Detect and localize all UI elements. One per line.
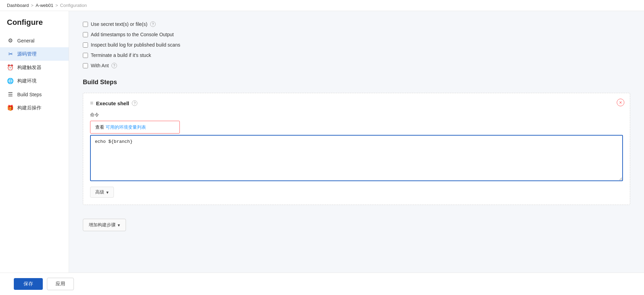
main-content: Use secret text(s) or file(s) ? Add time…	[69, 11, 644, 273]
checkbox-timestamps-label: Add timestamps to the Console Output	[91, 32, 174, 37]
globe-icon: 🌐	[7, 78, 14, 84]
tooltip-text: 查看 可用的环境变量列表	[95, 125, 146, 130]
checkbox-section: Use secret text(s) or file(s) ? Add time…	[83, 21, 630, 68]
checkbox-with-ant-label: With Ant	[91, 63, 109, 68]
add-step-label: 增加构建步骤	[89, 222, 116, 228]
save-button[interactable]: 保存	[14, 278, 43, 290]
gear-icon: ⚙	[7, 37, 14, 44]
sidebar-item-general[interactable]: ⚙ General	[0, 34, 69, 47]
checkbox-inspect-label: Inspect build log for published build sc…	[91, 42, 180, 48]
checkbox-with-ant[interactable]	[83, 63, 88, 68]
sidebar-label-triggers: 构建触发器	[17, 65, 41, 71]
close-shell-button[interactable]: ×	[617, 99, 624, 106]
sidebar-item-post-build[interactable]: 🎁 构建后操作	[0, 101, 69, 115]
help-icon-secret[interactable]: ?	[150, 21, 156, 27]
breadcrumb-job[interactable]: A-web01	[36, 3, 53, 8]
help-icon-ant[interactable]: ?	[111, 63, 117, 68]
command-textarea[interactable]	[91, 136, 622, 180]
sidebar-label-post-build: 构建后操作	[17, 105, 41, 111]
command-wrapper	[90, 135, 623, 181]
add-build-step-button[interactable]: 增加构建步骤 ▾	[83, 219, 126, 231]
page-title: Configure	[0, 18, 69, 34]
shell-card-header: ≡ Execute shell ?	[90, 100, 623, 106]
checkbox-secret-row: Use secret text(s) or file(s) ?	[83, 21, 630, 27]
execute-shell-title: Execute shell	[96, 100, 129, 106]
breadcrumb-dashboard[interactable]: Dashboard	[7, 3, 29, 8]
sidebar-item-env[interactable]: 🌐 构建环境	[0, 74, 69, 88]
breadcrumb-current: Configuration	[60, 3, 87, 8]
checkbox-inspect[interactable]	[83, 42, 88, 48]
breadcrumb: Dashboard > A-web01 > Configuration	[0, 0, 644, 11]
sidebar-label-source: 源码管理	[17, 51, 37, 57]
checkbox-terminate-row: Terminate a build if it's stuck	[83, 52, 630, 58]
box-icon: 🎁	[7, 105, 14, 111]
footer-bar: 保存 应用	[0, 273, 644, 295]
command-label: 命令	[90, 112, 623, 118]
chevron-down-icon: ▾	[106, 190, 109, 195]
help-icon-shell[interactable]: ?	[132, 100, 137, 106]
advanced-button[interactable]: 高级 ▾	[90, 187, 114, 198]
build-steps-title: Build Steps	[83, 79, 630, 86]
apply-button[interactable]: 应用	[47, 278, 74, 290]
checkbox-terminate-label: Terminate a build if it's stuck	[91, 52, 151, 58]
checkbox-inspect-row: Inspect build log for published build sc…	[83, 42, 630, 48]
list-icon: ☰	[7, 91, 14, 98]
sidebar-label-build-steps: Build Steps	[17, 92, 42, 97]
checkbox-terminate[interactable]	[83, 53, 88, 58]
clock-icon: ⏰	[7, 64, 14, 71]
checkbox-secret[interactable]	[83, 22, 88, 27]
sidebar-label-general: General	[17, 38, 35, 43]
checkbox-timestamps[interactable]	[83, 32, 88, 37]
sidebar: Configure ⚙ General ✂ 源码管理 ⏰ 构建触发器 🌐 构建环…	[0, 11, 69, 273]
scissors-icon: ✂	[7, 51, 14, 57]
checkbox-with-ant-row: With Ant ?	[83, 63, 630, 68]
sidebar-item-triggers[interactable]: ⏰ 构建触发器	[0, 61, 69, 74]
checkbox-secret-label: Use secret text(s) or file(s)	[91, 21, 147, 27]
env-vars-link[interactable]: 可用的环境变量列表	[106, 125, 146, 130]
sidebar-label-env: 构建环境	[17, 78, 37, 84]
dropdown-arrow-icon: ▾	[118, 223, 120, 228]
sidebar-item-build-steps[interactable]: ☰ Build Steps	[0, 88, 69, 101]
drag-icon[interactable]: ≡	[90, 100, 93, 106]
checkbox-timestamps-row: Add timestamps to the Console Output	[83, 32, 630, 37]
advanced-label: 高级	[95, 189, 104, 195]
sidebar-item-source[interactable]: ✂ 源码管理	[0, 47, 69, 61]
execute-shell-card: ≡ Execute shell ? × 命令 查看 可用的环境变量列表	[83, 93, 630, 205]
